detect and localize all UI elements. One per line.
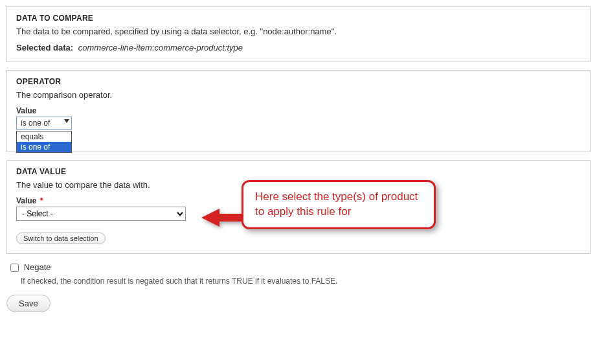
save-button[interactable]: Save xyxy=(6,295,51,312)
operator-option-is-one-of[interactable]: is one of xyxy=(17,142,71,152)
selected-data-value: commerce-line-item:commerce-product:type xyxy=(78,43,243,52)
operator-title: OPERATOR xyxy=(16,77,581,86)
required-star-icon: * xyxy=(40,196,43,205)
data-value-label: Value * xyxy=(16,196,581,205)
operator-value-label: Value xyxy=(16,106,581,115)
operator-description: The comparison operator. xyxy=(16,90,581,100)
data-compare-title: DATA TO COMPARE xyxy=(16,14,581,23)
fieldset-data-to-compare: DATA TO COMPARE The data to be compared,… xyxy=(6,6,591,62)
data-compare-description: The data to be compared, specified by us… xyxy=(16,27,581,36)
data-value-title: DATA VALUE xyxy=(16,167,581,176)
negate-checkbox[interactable] xyxy=(10,264,19,272)
fieldset-operator: OPERATOR The comparison operator. Value … xyxy=(6,70,591,152)
operator-option-equals[interactable]: equals xyxy=(17,131,71,142)
data-value-label-text: Value xyxy=(16,196,36,205)
selected-data-label: Selected data: xyxy=(16,43,73,52)
operator-select[interactable]: is one of xyxy=(16,117,72,130)
selected-data-line: Selected data: commerce-line-item:commer… xyxy=(16,43,581,52)
data-value-description: The value to compare the data with. xyxy=(16,180,581,190)
operator-select-value: is one of xyxy=(21,119,50,128)
negate-description: If checked, the condition result is nega… xyxy=(21,277,591,286)
switch-to-data-selection-button[interactable]: Switch to data selection xyxy=(16,233,106,244)
fieldset-data-value: DATA VALUE The value to compare the data… xyxy=(6,160,591,254)
negate-label[interactable]: Negate xyxy=(24,262,51,272)
data-value-select[interactable]: - Select - xyxy=(16,207,186,221)
negate-row: Negate xyxy=(8,262,591,274)
operator-dropdown: equals is one of xyxy=(16,131,72,153)
chevron-down-icon xyxy=(64,119,69,123)
